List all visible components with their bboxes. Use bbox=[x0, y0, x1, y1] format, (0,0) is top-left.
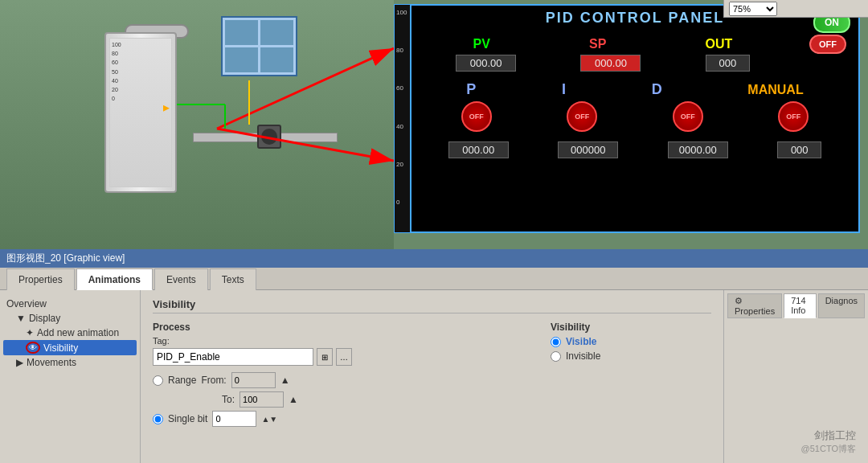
i-label: I bbox=[562, 81, 566, 98]
to-input[interactable] bbox=[240, 391, 284, 408]
d-off-btn[interactable]: OFF bbox=[673, 101, 703, 132]
right-tab-properties[interactable]: ⚙ Properties bbox=[727, 293, 782, 318]
pv-input[interactable] bbox=[456, 55, 516, 72]
watermark: 剑指工控 @51CTO博客 bbox=[801, 428, 856, 455]
tree-display[interactable]: ▼ Display bbox=[3, 311, 137, 326]
main-off-toggle[interactable]: OFF bbox=[809, 35, 846, 54]
from-input[interactable] bbox=[231, 372, 276, 388]
out-input[interactable] bbox=[706, 55, 750, 72]
zoom-select[interactable]: 75% 50% 100% bbox=[729, 2, 777, 16]
section-title: Visibility bbox=[153, 298, 711, 313]
invisible-label: Invisible bbox=[566, 350, 600, 362]
zoom-bar: 75% 50% 100% bbox=[723, 0, 868, 18]
hmi-screen-mockup bbox=[221, 16, 297, 76]
to-spinner-up[interactable]: ▲ bbox=[289, 394, 298, 405]
add-animation-label: Add new animation bbox=[37, 327, 119, 338]
i-off-btn[interactable]: OFF bbox=[567, 101, 597, 132]
tree-overview: Overview bbox=[3, 297, 137, 311]
visibility-box: Visibility Visible Invisible bbox=[551, 322, 711, 430]
display-label: Display bbox=[29, 313, 60, 324]
tab-events[interactable]: Events bbox=[154, 268, 208, 290]
title-bar: 图形视图_20 [Graphic view] bbox=[0, 249, 868, 268]
manual-off-btn[interactable]: OFF bbox=[778, 101, 809, 132]
two-column-layout: Process Tag: ⊞ … Range From: ▲ bbox=[153, 322, 711, 430]
overview-label: Overview bbox=[6, 298, 47, 309]
range-radio-row: Range From: ▲ bbox=[153, 372, 534, 388]
watermark-site: @51CTO博客 bbox=[801, 443, 856, 455]
pipe-valve-area bbox=[193, 125, 338, 157]
add-icon: ✦ bbox=[26, 327, 34, 338]
d-label: D bbox=[652, 81, 662, 98]
tree-movements[interactable]: ▶ Movements bbox=[3, 355, 137, 370]
tag-label: Tag: bbox=[153, 336, 534, 346]
off-toggle-main[interactable]: OFF bbox=[809, 35, 846, 54]
display-icon: ▼ bbox=[16, 313, 26, 324]
from-label: From: bbox=[201, 375, 226, 386]
tag-input[interactable] bbox=[153, 348, 313, 366]
tag-input-row: ⊞ … bbox=[153, 348, 534, 366]
visible-radio-row[interactable]: Visible bbox=[551, 336, 711, 347]
i-value-input[interactable] bbox=[558, 141, 618, 158]
right-panel: ⚙ Properties 714 Info Diagnos 剑指工控 @51CT… bbox=[723, 290, 868, 463]
range-radio[interactable] bbox=[153, 375, 163, 386]
right-tab-info-label: Info bbox=[791, 305, 805, 315]
tree-visibility[interactable]: 👁 Visibility bbox=[3, 340, 137, 355]
process-label: Process bbox=[153, 322, 534, 333]
out-label: OUT bbox=[706, 37, 733, 51]
tab-texts[interactable]: Texts bbox=[210, 268, 256, 290]
movements-icon: ▶ bbox=[16, 357, 23, 368]
range-label: Range bbox=[168, 375, 196, 386]
visible-radio[interactable] bbox=[551, 337, 561, 347]
bit-spinner[interactable]: ▲▼ bbox=[261, 415, 277, 424]
tag-ellipsis-btn[interactable]: … bbox=[336, 348, 352, 366]
to-row: To: ▲ bbox=[153, 391, 534, 408]
right-properties-icon: ⚙ bbox=[735, 296, 743, 305]
tree-add-animation[interactable]: ✦ Add new animation bbox=[3, 326, 137, 340]
spinner-up[interactable]: ▲ bbox=[280, 375, 290, 386]
p-off-btn[interactable]: OFF bbox=[461, 101, 492, 132]
tank: 10080605040200 bbox=[104, 32, 177, 193]
right-tab-info[interactable]: 714 Info bbox=[784, 293, 817, 318]
invisible-radio-row[interactable]: Invisible bbox=[551, 350, 711, 362]
tab-animations[interactable]: Animations bbox=[76, 268, 153, 290]
tab-properties[interactable]: Properties bbox=[6, 268, 75, 290]
invisible-radio[interactable] bbox=[551, 351, 561, 362]
pv-label: PV bbox=[473, 37, 490, 51]
graphic-view: 10080605040200 bbox=[0, 0, 868, 249]
p-value-input[interactable] bbox=[448, 141, 509, 158]
sp-input[interactable] bbox=[580, 55, 641, 72]
visibility-label: Visibility bbox=[43, 342, 78, 354]
tag-browse-btn[interactable]: ⊞ bbox=[317, 348, 333, 366]
right-tab-properties-label: Properties bbox=[735, 306, 775, 316]
tab-bar: Properties Animations Events Texts bbox=[0, 268, 868, 290]
scale-40: 40 bbox=[396, 123, 407, 130]
pid-panel: PID CONTROL PANEL ON OFF PV SP OUT P I D… bbox=[410, 4, 860, 233]
right-tab-diagnos-label: Diagnos bbox=[825, 296, 858, 305]
content-area: Overview ▼ Display ✦ Add new animation 👁… bbox=[0, 290, 868, 463]
right-tab-diagnos[interactable]: Diagnos bbox=[818, 293, 865, 318]
to-label: To: bbox=[222, 394, 235, 405]
main-content: Visibility Process Tag: ⊞ … Range From: bbox=[141, 290, 723, 463]
bottom-panel: 图形视图_20 [Graphic view] Properties Animat… bbox=[0, 249, 868, 463]
visible-label: Visible bbox=[566, 336, 596, 347]
scale-0: 0 bbox=[396, 199, 407, 206]
process-box: Process Tag: ⊞ … Range From: ▲ bbox=[153, 322, 534, 430]
single-bit-radio[interactable] bbox=[153, 414, 163, 424]
sidebar-tree: Overview ▼ Display ✦ Add new animation 👁… bbox=[0, 290, 141, 463]
single-bit-radio-row: Single bit ▲▼ bbox=[153, 411, 534, 427]
manual-value-input[interactable] bbox=[777, 141, 821, 158]
movements-label: Movements bbox=[27, 357, 76, 368]
scale-80: 80 bbox=[396, 47, 407, 54]
manual-label: MANUAL bbox=[747, 83, 803, 97]
single-bit-input[interactable] bbox=[212, 411, 256, 427]
scale-20: 20 bbox=[396, 161, 407, 168]
scale-100: 100 bbox=[396, 9, 407, 16]
right-tab-bar: ⚙ Properties 714 Info Diagnos bbox=[727, 293, 865, 318]
single-bit-label: Single bit bbox=[168, 413, 207, 424]
d-value-input[interactable] bbox=[668, 141, 728, 158]
visibility-section-label: Visibility bbox=[551, 322, 711, 333]
title-bar-text: 图形视图_20 [Graphic view] bbox=[6, 252, 125, 265]
right-info-count: 714 bbox=[791, 296, 805, 305]
p-label: P bbox=[466, 81, 476, 98]
watermark-brand: 剑指工控 bbox=[801, 428, 856, 443]
